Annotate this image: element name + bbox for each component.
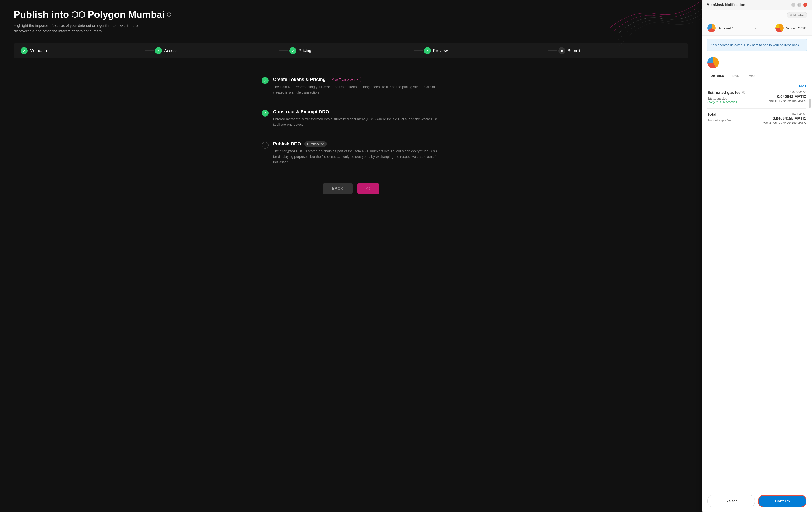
network-dot (790, 15, 792, 16)
section-icon-construct-ddo: ✓ (262, 110, 268, 116)
section-title-publish-ddo: Publish DDO (273, 141, 301, 147)
mm-total-section: Total Amount + gas fee 0.04064155 0.0406… (707, 112, 807, 124)
mm-divider (707, 108, 807, 109)
mm-total-values: 0.04064155 0.04064155 MATIC Max amount: … (763, 112, 807, 124)
step-access[interactable]: ✓ Access (155, 47, 278, 54)
step-pricing[interactable]: ✓ Pricing (289, 47, 412, 54)
mm-total-left: Total Amount + gas fee (707, 112, 731, 122)
step-label-access: Access (164, 49, 177, 53)
mm-tab-hex[interactable]: HEX (745, 72, 759, 80)
step-label-submit: Submit (568, 49, 580, 53)
mm-gas-fee-section: Estimated gas fee ⓘ Site suggested Likel… (707, 90, 807, 104)
mm-total-label: Total (707, 112, 731, 117)
mm-minimize-button[interactable]: — (791, 3, 795, 7)
mm-tab-data[interactable]: DATA (728, 72, 745, 80)
mm-account-name: Account 1 (719, 26, 734, 30)
network-badge[interactable]: Mumbai (787, 12, 807, 18)
section-title-create-tokens: Create Tokens & Pricing (273, 77, 326, 82)
step-preview[interactable]: ✓ Preview (424, 47, 547, 54)
steps-bar: ✓ Metadata ✓ Access ✓ Pricing ✓ Preview … (14, 43, 688, 58)
info-icon[interactable]: ⓘ (167, 12, 171, 18)
step-sep-1 (145, 51, 154, 51)
mm-total-sublabel: Amount + gas fee (707, 119, 731, 122)
mm-notice[interactable]: New address detected! Click here to add … (706, 39, 807, 51)
mm-maximize-button[interactable]: □ (797, 3, 802, 7)
mm-site-suggested: Site suggested (707, 97, 745, 100)
main-panel: Publish into ⬡⬡ Polygon Mumbai ⓘ Highlig… (0, 0, 702, 512)
section-desc-create-tokens: The Data NFT representing your asset, th… (273, 84, 440, 95)
mm-window-buttons: — □ ✕ (791, 3, 807, 7)
view-transaction-button[interactable]: View Transaction ↗ (329, 77, 361, 82)
mm-scrollbar[interactable] (809, 98, 811, 108)
mm-action-buttons: Reject Confirm (702, 491, 812, 512)
mm-gas-fee-meta: Site suggested Likely in < 30 seconds (707, 97, 745, 104)
deco-lines (610, 0, 702, 46)
step-sep-3 (414, 51, 423, 51)
step-icon-submit: 5 (558, 47, 565, 54)
polygon-icon: ⬡⬡ (71, 10, 85, 20)
mm-gas-fee-small: 0.04064155 (768, 90, 807, 94)
mm-avatar-to (775, 24, 784, 32)
section-icon-create-tokens: ✓ (262, 77, 268, 84)
mm-body: EDIT Estimated gas fee ⓘ Site suggested … (702, 80, 812, 491)
mm-edit-button[interactable]: EDIT (799, 84, 807, 88)
back-button[interactable]: BACK (323, 183, 352, 194)
step-icon-metadata: ✓ (21, 47, 28, 54)
mm-avatar-from (707, 24, 716, 32)
mm-account-to: 0xeca...C82E (775, 24, 807, 32)
section-content-publish-ddo: Publish DDO 1 Transaction The encrypted … (273, 141, 440, 165)
step-sep-2 (279, 51, 288, 51)
mm-reject-button[interactable]: Reject (707, 495, 755, 507)
mm-gas-fee-row: Estimated gas fee ⓘ Site suggested Likel… (707, 90, 807, 104)
step-label-preview: Preview (433, 49, 448, 53)
mm-total-meta: Amount + gas fee (707, 119, 731, 122)
page-subtitle: Highlight the important features of your… (14, 23, 151, 34)
mm-gas-fee-label: Estimated gas fee ⓘ (707, 90, 745, 95)
mm-title: MetaMask Notification (706, 3, 745, 7)
metamask-panel: MetaMask Notification — □ ✕ Mumbai Accou… (702, 0, 812, 512)
step-submit[interactable]: 5 Submit (558, 47, 681, 54)
section-title-row-construct-ddo: Construct & Encrypt DDO (273, 109, 440, 114)
mm-total-small: 0.04064155 (763, 112, 807, 116)
step-label-metadata: Metadata (30, 49, 47, 53)
mm-tab-details[interactable]: DETAILS (706, 72, 728, 80)
info-icon-gas: ⓘ (742, 91, 745, 95)
mm-gas-fee-max: Max fee: 0.04064155 MATIC (768, 99, 807, 103)
mm-total-main: 0.04064155 MATIC (763, 116, 807, 121)
mm-gas-fee-values: 0.04064155 0.040642 MATIC Max fee: 0.040… (768, 90, 807, 103)
step-icon-pricing: ✓ (289, 47, 296, 54)
mm-confirm-button[interactable]: Confirm (758, 495, 807, 507)
mm-network-row: Mumbai (702, 10, 812, 21)
step-label-pricing: Pricing (298, 49, 311, 53)
loading-spinner (367, 187, 370, 190)
mm-gas-fee-left: Estimated gas fee ⓘ Site suggested Likel… (707, 90, 745, 104)
mm-dapp-logo (707, 57, 719, 68)
section-title-row-publish-ddo: Publish DDO 1 Transaction (273, 141, 440, 147)
bottom-bar: BACK (14, 183, 688, 194)
next-button[interactable] (357, 183, 379, 194)
content-area: ✓ Create Tokens & Pricing View Transacti… (262, 70, 440, 172)
step-metadata[interactable]: ✓ Metadata (21, 47, 144, 54)
section-desc-construct-ddo: Entered metadata is transformed into a s… (273, 116, 440, 127)
mm-dest-address: 0xeca...C82E (786, 26, 807, 30)
section-title-construct-ddo: Construct & Encrypt DDO (273, 109, 329, 114)
transaction-badge: 1 Transaction (304, 141, 327, 147)
step-icon-preview: ✓ (424, 47, 431, 54)
page-title: Publish into ⬡⬡ Polygon Mumbai ⓘ (14, 9, 688, 20)
mm-total-row: Total Amount + gas fee 0.04064155 0.0406… (707, 112, 807, 124)
section-title-row-create-tokens: Create Tokens & Pricing View Transaction… (273, 77, 440, 82)
mm-close-button[interactable]: ✕ (803, 3, 807, 7)
mm-titlebar: MetaMask Notification — □ ✕ (702, 0, 812, 10)
section-create-tokens: ✓ Create Tokens & Pricing View Transacti… (262, 70, 440, 102)
mm-logo-area (702, 55, 812, 68)
section-content-create-tokens: Create Tokens & Pricing View Transaction… (273, 77, 440, 95)
section-construct-ddo: ✓ Construct & Encrypt DDO Entered metada… (262, 102, 440, 135)
section-desc-publish-ddo: The encrypted DDO is stored on-chain as … (273, 148, 440, 165)
mm-total-max: Max amount: 0.04064155 MATIC (763, 121, 807, 124)
mm-gas-fee-main: 0.040642 MATIC (768, 94, 807, 99)
mm-arrow-icon: → (752, 25, 757, 31)
mm-edit-row: EDIT (707, 84, 807, 88)
section-content-construct-ddo: Construct & Encrypt DDO Entered metadata… (273, 109, 440, 127)
step-icon-access: ✓ (155, 47, 162, 54)
mm-tabs: DETAILS DATA HEX (706, 72, 807, 80)
